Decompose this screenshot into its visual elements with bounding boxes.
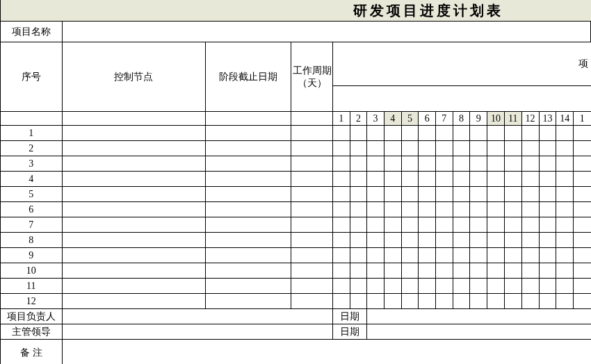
day-cell: [384, 233, 401, 248]
day-cell: [574, 126, 591, 141]
day-cell: [453, 279, 470, 294]
day-cell: [539, 187, 556, 202]
day-cell: [436, 126, 453, 141]
day-cell: [384, 172, 401, 187]
node-cell: [62, 202, 206, 217]
day-cell: [401, 141, 419, 156]
table-row: 1: [1, 126, 591, 141]
day-cell: [453, 172, 470, 187]
day-header-8: 8: [453, 112, 470, 126]
seq-cell: 5: [1, 187, 63, 202]
day-cell: [332, 141, 350, 156]
day-cell: [487, 172, 505, 187]
day-cell: [419, 217, 436, 233]
day-cell: [332, 279, 350, 294]
day-cell: [332, 202, 350, 217]
day-cell: [332, 294, 350, 309]
day-header-15: 1: [574, 112, 591, 126]
seq-cell: 1: [1, 126, 63, 141]
day-cell: [332, 172, 350, 187]
node-cell: [62, 263, 206, 279]
day-header-11: 11: [504, 112, 521, 126]
owner-label: 项目负责人: [1, 309, 63, 324]
day-cell: [487, 187, 505, 202]
node-cell: [62, 156, 206, 172]
day-cell: [470, 141, 487, 156]
day-cell: [487, 217, 505, 233]
day-cell: [419, 202, 436, 217]
day-cell: [453, 263, 470, 279]
day-cell: [453, 202, 470, 217]
day-cell: [521, 202, 539, 217]
deadline-cell: [206, 233, 291, 248]
day-cell: [401, 187, 419, 202]
day-cell: [556, 279, 574, 294]
day-cell: [367, 233, 384, 248]
day-cell: [574, 172, 591, 187]
day-cell: [332, 156, 350, 172]
day-cell: [470, 126, 487, 141]
day-cell: [332, 248, 350, 263]
deadline-cell: [206, 217, 291, 233]
node-cell: [62, 248, 206, 263]
day-cell: [556, 217, 574, 233]
day-cell: [539, 217, 556, 233]
day-cell: [419, 294, 436, 309]
supervisor-value: [62, 324, 332, 340]
day-cell: [384, 141, 401, 156]
day-cell: [419, 156, 436, 172]
day-cell: [367, 202, 384, 217]
day-cell: [556, 187, 574, 202]
day-cell: [453, 156, 470, 172]
cycle-cell: [291, 294, 333, 309]
day-cell: [574, 263, 591, 279]
deadline-cell: [206, 294, 291, 309]
day-header-1: 1: [332, 112, 350, 126]
day-cell: [521, 156, 539, 172]
day-cell: [470, 279, 487, 294]
day-cell: [539, 172, 556, 187]
table-row: 6: [1, 202, 591, 217]
day-cell: [401, 294, 419, 309]
day-cell: [521, 172, 539, 187]
day-cell: [436, 263, 453, 279]
day-cell: [556, 233, 574, 248]
day-cell: [384, 202, 401, 217]
day-cell: [453, 233, 470, 248]
day-cell: [436, 279, 453, 294]
cycle-blank: [291, 112, 333, 126]
remark-value: [62, 340, 590, 365]
day-cell: [521, 187, 539, 202]
day-cell: [521, 126, 539, 141]
day-cell: [453, 217, 470, 233]
deadline-cell: [206, 126, 291, 141]
table-row: 5: [1, 187, 591, 202]
day-cell: [436, 233, 453, 248]
day-cell: [384, 279, 401, 294]
day-cell: [574, 248, 591, 263]
day-cell: [401, 233, 419, 248]
day-cell: [521, 248, 539, 263]
seq-cell: 4: [1, 172, 63, 187]
day-cell: [504, 279, 521, 294]
day-cell: [470, 156, 487, 172]
deadline-cell: [206, 172, 291, 187]
day-cell: [574, 233, 591, 248]
day-cell: [350, 217, 367, 233]
day-cell: [350, 279, 367, 294]
day-cell: [574, 294, 591, 309]
day-cell: [539, 263, 556, 279]
seq-header: 序号: [1, 42, 63, 112]
day-cell: [436, 141, 453, 156]
project-header-right: 项: [332, 42, 590, 86]
day-cell: [367, 248, 384, 263]
day-cell: [487, 233, 505, 248]
day-cell: [401, 126, 419, 141]
day-cell: [384, 217, 401, 233]
day-header-14: 14: [556, 112, 574, 126]
day-cell: [436, 202, 453, 217]
day-cell: [367, 217, 384, 233]
day-cell: [487, 126, 505, 141]
day-cell: [521, 233, 539, 248]
day-cell: [419, 126, 436, 141]
